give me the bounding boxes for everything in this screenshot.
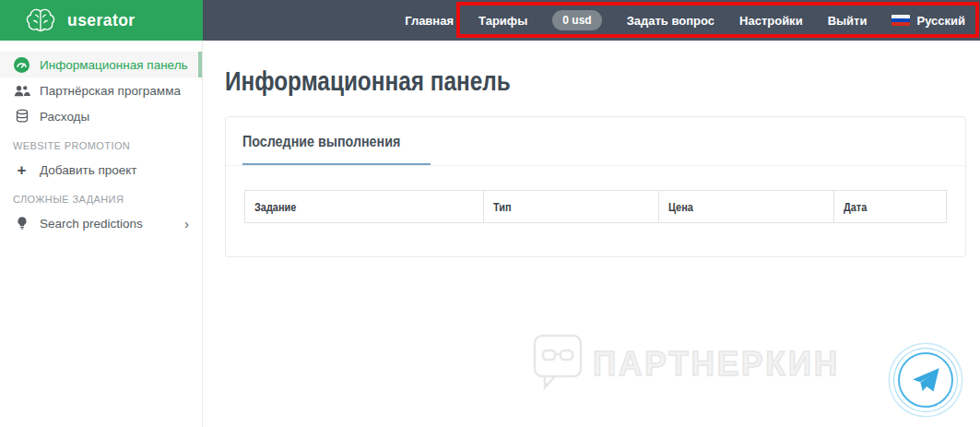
sidebar-item-label: Добавить проект [40, 163, 137, 177]
lightbulb-icon [13, 216, 30, 231]
userator-dashboard: userator Главная Тарифы 0 usd Задать воп… [0, 0, 980, 427]
column-header-price: Цена [658, 191, 833, 223]
sidebar-item-expenses[interactable]: Расходы [0, 103, 202, 129]
telegram-button[interactable] [898, 352, 953, 408]
sidebar-item-add-project[interactable]: + Добавить проект [0, 157, 202, 183]
page-title: Информационная панель [225, 66, 966, 97]
nav-ask-question[interactable]: Задать вопрос [627, 14, 714, 28]
tab-recent-executions[interactable]: Последние выполнения [242, 133, 431, 165]
nav-language-selector[interactable]: Русский [891, 14, 965, 28]
chevron-right-icon: › [184, 217, 202, 231]
nav-language-label: Русский [916, 14, 965, 28]
topbar: userator Главная Тарифы 0 usd Задать воп… [0, 0, 980, 41]
column-header-type: Тип [483, 191, 658, 223]
table-header-row: Задание Тип Цена Дата [245, 191, 947, 223]
recent-executions-card: Последние выполнения Задание Тип Цена Да… [225, 116, 966, 257]
russian-flag-icon [891, 15, 910, 27]
sidebar-item-label: Расходы [40, 110, 89, 124]
card-tabs: Последние выполнения [226, 117, 965, 166]
sidebar-section-complex-tasks: СЛОЖНЫЕ ЗАДАНИЯ [0, 183, 202, 210]
sidebar-item-label: Информационная панель [40, 58, 188, 72]
dashboard-gauge-icon [13, 57, 30, 73]
coins-icon [13, 109, 30, 124]
top-navigation: Главная Тарифы 0 usd Задать вопрос Настр… [203, 0, 980, 41]
brain-logo-icon [24, 7, 57, 34]
plus-icon: + [13, 162, 30, 178]
sidebar-item-label: Партнёрская программа [40, 84, 181, 98]
paper-plane-icon [911, 366, 940, 394]
column-header-date: Дата [834, 191, 947, 223]
sidebar-item-dashboard[interactable]: Информационная панель [0, 52, 202, 77]
sidebar-item-affiliate-program[interactable]: Партнёрская программа [0, 77, 202, 103]
brand-logo[interactable]: userator [0, 0, 203, 41]
nav-home[interactable]: Главная [405, 14, 454, 28]
nav-tariffs[interactable]: Тарифы [478, 14, 527, 28]
main-content: Информационная панель Последние выполнен… [204, 41, 980, 427]
sidebar-item-label: Search predictions [40, 217, 143, 231]
nav-logout[interactable]: Выйти [828, 14, 868, 28]
nav-settings[interactable]: Настройки [739, 14, 803, 28]
column-header-task: Задание [245, 191, 484, 223]
sidebar-section-website-promotion: WEBSITE PROMOTION [0, 129, 202, 157]
executions-table: Задание Тип Цена Дата [244, 190, 947, 223]
sidebar-item-search-predictions[interactable]: Search predictions › [0, 210, 202, 236]
executions-table-wrap: Задание Тип Цена Дата [226, 166, 965, 223]
users-icon [13, 84, 30, 98]
balance-badge[interactable]: 0 usd [552, 10, 601, 30]
sidebar: Информационная панель Партнёрская програ… [0, 41, 203, 427]
brand-name: userator [67, 10, 136, 30]
